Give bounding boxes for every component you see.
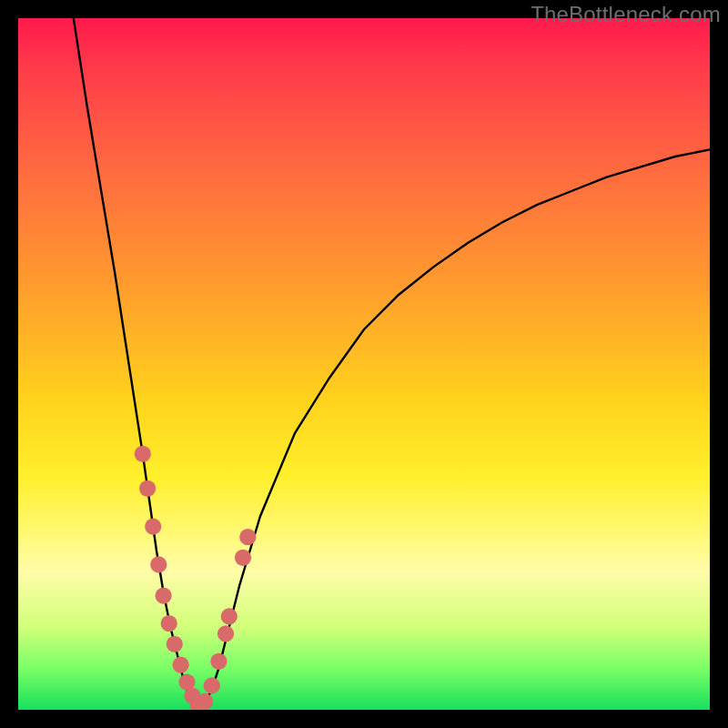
scatter-markers: [135, 446, 257, 710]
data-point: [150, 556, 167, 572]
chart-frame: TheBottleneck.com: [0, 0, 728, 728]
data-point: [135, 446, 151, 462]
data-point: [204, 677, 220, 693]
data-point: [197, 693, 213, 710]
data-point: [172, 656, 188, 672]
data-point: [217, 625, 234, 642]
plot-area: [18, 18, 710, 710]
right-curve: [198, 149, 710, 710]
data-point: [235, 550, 251, 566]
left-curve: [74, 18, 198, 710]
watermark-text: TheBottleneck.com: [531, 2, 721, 27]
data-point: [239, 529, 256, 545]
data-point: [167, 636, 183, 652]
data-point: [161, 615, 177, 632]
data-point: [145, 518, 161, 534]
data-point: [221, 608, 238, 624]
chart-svg: [18, 18, 710, 710]
data-point: [210, 653, 227, 670]
data-point: [139, 480, 156, 497]
data-point: [155, 587, 171, 603]
